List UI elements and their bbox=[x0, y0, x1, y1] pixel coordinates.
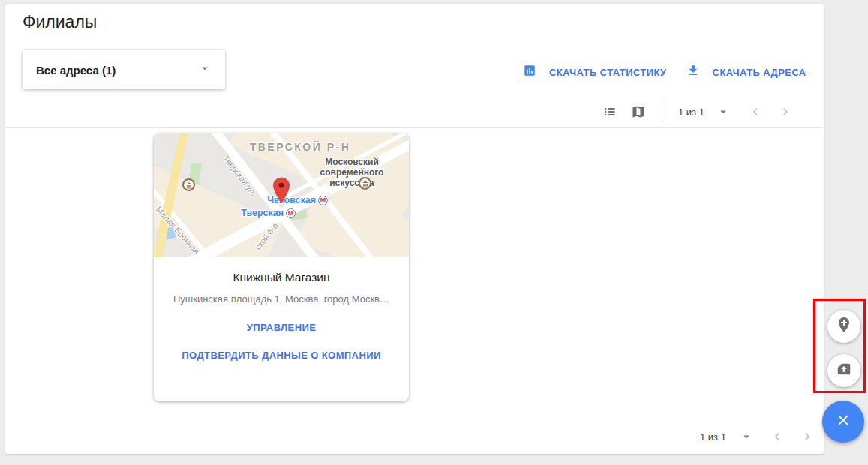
address-filter-value: Все адреса (1) bbox=[36, 64, 198, 76]
page-title: Филиалы bbox=[23, 12, 97, 32]
location-card: ТВЕРСКОЙ Р-Н Московский музей современно… bbox=[154, 134, 409, 401]
address-filter-dropdown[interactable]: Все адреса (1) bbox=[23, 50, 225, 89]
map-thumbnail[interactable]: ТВЕРСКОЙ Р-Н Московский музей современно… bbox=[154, 134, 409, 257]
verify-business-link[interactable]: ПОДТВЕРДИТЬ ДАННЫЕ О КОМПАНИИ bbox=[154, 350, 409, 361]
bottom-pagination: 1 из 1 bbox=[700, 426, 815, 447]
top-pagination-label: 1 из 1 bbox=[678, 106, 704, 118]
bottom-pagination-label: 1 из 1 bbox=[700, 431, 726, 442]
header-divider bbox=[6, 128, 823, 128]
bar-chart-icon bbox=[523, 64, 536, 80]
header-actions: СКАЧАТЬ СТАТИСТИКУ СКАЧАТЬ АДРЕСА bbox=[523, 63, 806, 81]
annotation-highlight-rect bbox=[813, 298, 866, 393]
museum-icon bbox=[359, 177, 371, 190]
location-name: Книжный Магазин bbox=[154, 271, 409, 284]
location-card-body: Книжный Магазин Пушкинская площадь 1, Мо… bbox=[154, 257, 409, 361]
chevron-down-icon bbox=[198, 62, 212, 78]
pagination-dropdown-caret[interactable] bbox=[740, 430, 753, 443]
download-icon bbox=[686, 64, 700, 80]
metro-icon: М bbox=[318, 196, 328, 206]
map-district-label: ТВЕРСКОЙ Р-Н bbox=[225, 141, 375, 153]
metro-station-label: Тверская bbox=[239, 208, 284, 218]
close-icon bbox=[835, 412, 851, 431]
previous-page-button[interactable] bbox=[748, 104, 763, 119]
download-statistics-label: СКАЧАТЬ СТАТИСТИКУ bbox=[549, 67, 667, 78]
previous-page-button[interactable] bbox=[770, 429, 785, 444]
view-toolbar: 1 из 1 bbox=[602, 100, 793, 123]
list-view-button[interactable] bbox=[602, 104, 617, 119]
download-addresses-button[interactable]: СКАЧАТЬ АДРЕСА bbox=[686, 64, 806, 80]
close-fab-button[interactable] bbox=[822, 400, 864, 442]
next-page-button[interactable] bbox=[800, 429, 815, 444]
map-view-button[interactable] bbox=[631, 104, 646, 119]
location-address: Пушкинская площадь 1, Москва, город Моск… bbox=[154, 293, 409, 304]
museum-icon bbox=[182, 178, 195, 191]
toolbar-divider bbox=[662, 101, 662, 122]
metro-icon: М bbox=[286, 208, 296, 218]
download-statistics-button[interactable]: СКАЧАТЬ СТАТИСТИКУ bbox=[523, 64, 667, 80]
pagination-dropdown-caret[interactable] bbox=[716, 105, 730, 118]
map-poi-label: Московский музей современного искусства bbox=[255, 157, 384, 167]
download-addresses-label: СКАЧАТЬ АДРЕСА bbox=[713, 67, 806, 78]
manage-link[interactable]: УПРАВЛЕНИЕ bbox=[154, 322, 409, 333]
next-page-button[interactable] bbox=[778, 104, 793, 119]
